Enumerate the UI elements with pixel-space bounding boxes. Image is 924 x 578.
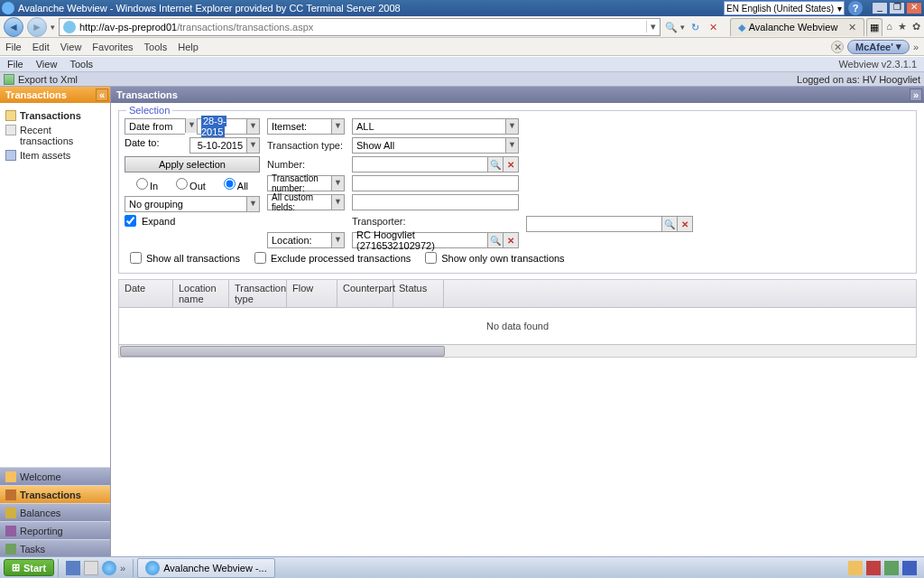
chevron-down-icon[interactable]: ▼ (331, 233, 344, 247)
chevron-down-icon[interactable]: ▼ (246, 138, 259, 153)
addon-close-icon[interactable]: ✕ (831, 41, 844, 53)
show-own-checkbox[interactable]: Show only own transactions (425, 252, 564, 264)
chevron-down-icon[interactable]: ▼ (331, 176, 344, 191)
toolbar-overflow-icon[interactable]: » (913, 42, 919, 52)
nav-tasks[interactable]: Tasks (0, 539, 110, 557)
stop-icon[interactable]: ✕ (707, 20, 721, 34)
custom-fields-label-combo[interactable]: All custom fields:▼ (267, 194, 345, 210)
show-desktop-icon[interactable] (66, 561, 80, 575)
show-all-checkbox[interactable]: Show all transactions (130, 252, 240, 264)
content-collapse-button[interactable]: » (910, 89, 922, 101)
date-to-combo[interactable]: 5-10-2015▼ (189, 137, 260, 154)
nav-transactions[interactable]: Transactions (0, 485, 110, 503)
help-icon[interactable]: ? (848, 1, 863, 15)
new-tab-button[interactable]: ▦ (866, 18, 882, 36)
search-icon[interactable]: 🔍 (664, 20, 679, 34)
url-host: http://av-ps-preprod01 (79, 22, 177, 33)
chevron-down-icon[interactable]: ▼ (185, 118, 198, 133)
grouping-combo[interactable]: No grouping▼ (125, 196, 260, 212)
exclude-processed-checkbox[interactable]: Exclude processed transactions (254, 252, 411, 264)
maximize-button[interactable]: ❐ (889, 2, 905, 14)
apply-selection-button[interactable]: Apply selection (125, 156, 260, 172)
app-menu-file[interactable]: File (7, 59, 23, 70)
location-value[interactable]: RC Hoogvliet (2716532102972) (352, 232, 488, 248)
ql-overflow-icon[interactable]: » (120, 563, 125, 573)
mcafee-badge[interactable]: McAfee' ▾ (847, 40, 910, 54)
ie-menu-file[interactable]: File (5, 42, 22, 52)
back-button[interactable]: ◄ (4, 17, 23, 37)
nav-welcome[interactable]: Welcome (0, 467, 110, 485)
start-button[interactable]: ⊞ Start (4, 559, 54, 576)
grid-horizontal-scrollbar[interactable] (119, 344, 916, 357)
header-counterpart[interactable]: Counterpart (337, 280, 393, 307)
tray-icon[interactable] (848, 561, 863, 575)
ie-menu-favorites[interactable]: Favorites (92, 42, 133, 52)
tree-item-item-assets[interactable]: Item assets (4, 148, 106, 163)
app-menu-view[interactable]: View (36, 59, 58, 70)
taskbar-task-ie[interactable]: Avalanche Webview -... (137, 558, 275, 578)
clear-icon[interactable]: ✕ (503, 156, 519, 172)
language-bar[interactable]: EN English (United States)▾ (724, 1, 845, 15)
header-date[interactable]: Date (119, 280, 173, 307)
header-flow[interactable]: Flow (287, 280, 337, 307)
radio-out[interactable]: Out (176, 178, 206, 191)
radio-in[interactable]: In (136, 178, 158, 191)
minimize-button[interactable]: _ (872, 2, 888, 14)
transaction-number-input[interactable] (352, 175, 519, 191)
tree-item-transactions[interactable]: Transactions (4, 108, 106, 123)
header-status[interactable]: Status (393, 280, 444, 307)
tray-icon[interactable] (866, 561, 881, 575)
header-location-name[interactable]: Location name (173, 280, 229, 307)
tools-icon[interactable]: ✿ (912, 21, 920, 33)
scrollbar-thumb[interactable] (120, 346, 445, 357)
browser-tab[interactable]: ◆ Avalanche Webview ✕ (730, 18, 865, 36)
url-dropdown-icon[interactable]: ▾ (646, 21, 660, 33)
chevron-down-icon[interactable]: ▼ (246, 197, 259, 211)
chevron-down-icon[interactable]: ▼ (246, 119, 259, 134)
number-input[interactable] (352, 156, 488, 172)
close-button[interactable]: ✕ (906, 2, 922, 14)
ie-menu-view[interactable]: View (60, 42, 82, 52)
tab-close-icon[interactable]: ✕ (848, 22, 856, 33)
favorites-icon[interactable]: ★ (898, 21, 907, 33)
refresh-icon[interactable]: ↻ (688, 20, 703, 34)
search-icon[interactable]: 🔍 (487, 232, 504, 248)
location-label-combo[interactable]: Location:▼ (267, 232, 345, 248)
search-icon[interactable]: 🔍 (487, 156, 504, 172)
itemset-label-combo[interactable]: Itemset:▼ (267, 118, 345, 135)
itemset-combo[interactable]: ALL▼ (352, 118, 519, 135)
nav-reporting[interactable]: Reporting (0, 521, 110, 539)
app-menu-tools[interactable]: Tools (69, 59, 93, 70)
custom-fields-input[interactable] (352, 194, 519, 210)
address-bar[interactable]: http://av-ps-preprod01/transactions/tran… (59, 18, 661, 36)
ql-explorer-icon[interactable] (84, 561, 98, 575)
transporter-input[interactable] (526, 216, 662, 232)
cube-icon (5, 150, 16, 161)
sidebar-collapse-button[interactable]: « (96, 89, 108, 101)
header-transaction-type[interactable]: Transaction type (229, 280, 287, 307)
radio-all[interactable]: All (224, 178, 248, 191)
ql-ie-icon[interactable] (102, 561, 116, 575)
ie-menu-help[interactable]: Help (178, 42, 199, 52)
chevron-down-icon[interactable]: ▼ (505, 119, 518, 134)
search-icon[interactable]: 🔍 (661, 216, 678, 232)
clear-icon[interactable]: ✕ (677, 216, 693, 232)
clear-icon[interactable]: ✕ (503, 232, 519, 248)
transaction-type-combo[interactable]: Show All▼ (352, 137, 519, 154)
tray-icon[interactable] (902, 561, 917, 575)
expand-checkbox[interactable]: Expand (125, 215, 260, 227)
chevron-down-icon[interactable]: ▼ (331, 195, 344, 210)
forward-button[interactable]: ► (27, 17, 47, 37)
tray-icon[interactable] (884, 561, 899, 575)
tree-item-recent-transactions[interactable]: Recent transactions (4, 123, 106, 148)
date-from-combo[interactable]: Date from ▼ 28-9-2015▼ (125, 118, 260, 135)
nav-balances[interactable]: Balances (0, 503, 110, 521)
ie-menu-edit[interactable]: Edit (32, 42, 50, 52)
export-to-xml-button[interactable]: Export to Xml (18, 74, 78, 85)
date-from-value[interactable]: 28-9-2015 (201, 116, 226, 137)
ie-menu-tools[interactable]: Tools (144, 42, 168, 52)
chevron-down-icon[interactable]: ▼ (505, 138, 518, 153)
transaction-number-label-combo[interactable]: Transaction number:▼ (267, 175, 345, 191)
chevron-down-icon[interactable]: ▼ (331, 119, 344, 134)
home-icon[interactable]: ⌂ (886, 21, 892, 33)
